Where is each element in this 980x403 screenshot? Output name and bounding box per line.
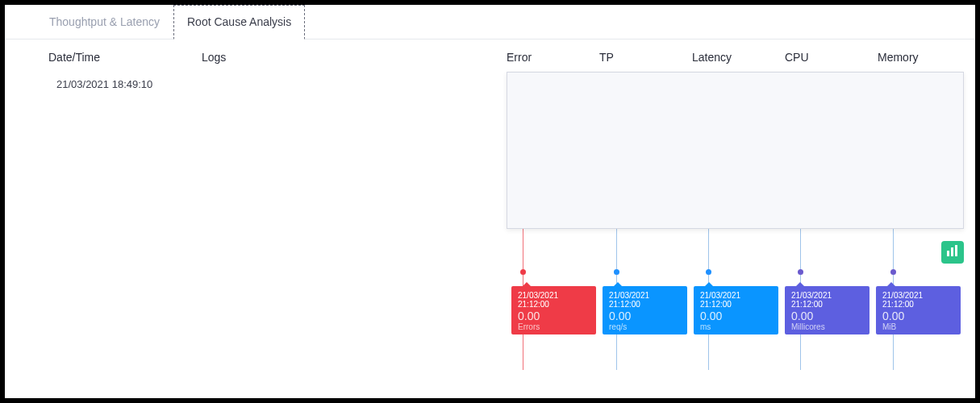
cell-logs — [202, 75, 507, 90]
tooltip-value: 0.00 — [882, 310, 954, 322]
header-tp: TP — [599, 51, 692, 64]
tooltip-label: ms — [700, 322, 772, 331]
metric-dot — [706, 269, 711, 275]
svg-rect-0 — [947, 251, 949, 256]
metric-dot — [798, 269, 803, 275]
tooltip-label: Millicores — [791, 322, 863, 331]
header-latency: Latency — [692, 51, 785, 64]
bar-chart-icon — [946, 244, 959, 260]
chart-toggle-button[interactable] — [941, 241, 964, 264]
tooltip-label: Errors — [518, 322, 590, 331]
tooltip-label: req/s — [609, 322, 681, 331]
metric-tooltip: 21/03/2021 21:12:000.00MiB — [876, 286, 961, 334]
metric-dot — [614, 269, 619, 275]
tabs: Thoughtput & Latency Root Cause Analysis — [5, 5, 975, 39]
tooltip-label: MiB — [882, 322, 954, 331]
data-row: 21/03/2021 18:49:10 21/03/2021 21:12:000… — [5, 75, 975, 90]
tooltip-value: 0.00 — [609, 310, 681, 322]
metrics-zone: 21/03/2021 21:12:000.00Errors21/03/2021 … — [507, 75, 975, 90]
metric-tooltip: 21/03/2021 21:12:000.00ms — [694, 286, 778, 334]
header-date: Date/Time — [48, 51, 202, 64]
tooltip-time: 21/03/2021 21:12:00 — [882, 291, 954, 309]
metric-tooltip: 21/03/2021 21:12:000.00req/s — [603, 286, 687, 334]
header-cpu: CPU — [785, 51, 878, 64]
tooltip-time: 21/03/2021 21:12:00 — [609, 291, 681, 309]
header-memory: Memory — [878, 51, 970, 64]
metric-dot — [890, 269, 896, 275]
metric-tooltip: 21/03/2021 21:12:000.00Millicores — [785, 286, 869, 334]
tooltip-value: 0.00 — [518, 310, 590, 322]
column-headers: Date/Time Logs Error TP Latency CPU Memo… — [5, 39, 975, 75]
metric-tooltip: 21/03/2021 21:12:000.00Errors — [511, 286, 596, 334]
tooltip-value: 0.00 — [700, 310, 772, 322]
tooltip-value: 0.00 — [791, 310, 863, 322]
cell-datetime: 21/03/2021 18:49:10 — [56, 75, 202, 90]
chart-panel[interactable] — [507, 72, 964, 229]
metric-dot — [520, 269, 526, 275]
tab-root-cause-analysis[interactable]: Root Cause Analysis — [173, 5, 305, 39]
svg-rect-1 — [951, 247, 953, 256]
svg-rect-2 — [955, 245, 957, 256]
tab-throughput-latency[interactable]: Thoughtput & Latency — [35, 5, 173, 39]
tooltip-time: 21/03/2021 21:12:00 — [518, 291, 590, 309]
header-logs: Logs — [202, 51, 507, 64]
tooltip-time: 21/03/2021 21:12:00 — [791, 291, 863, 309]
header-error: Error — [507, 51, 599, 64]
tooltip-time: 21/03/2021 21:12:00 — [700, 291, 772, 309]
